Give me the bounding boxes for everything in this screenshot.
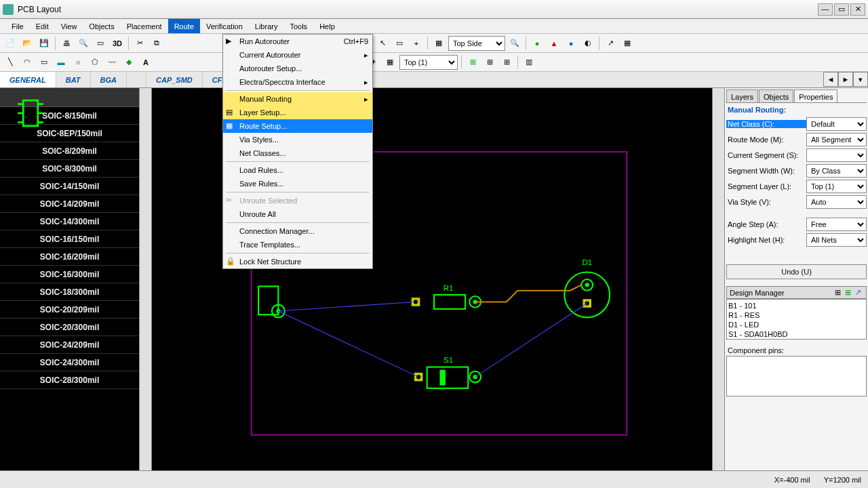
3d-icon[interactable]: 3D bbox=[110, 36, 125, 51]
line-icon[interactable]: ╲ bbox=[3, 55, 18, 70]
tab-bat[interactable]: BAT bbox=[56, 72, 91, 87]
prop-combo[interactable] bbox=[806, 148, 867, 162]
copy-icon[interactable]: ⧉ bbox=[149, 36, 164, 51]
save-icon[interactable]: 💾 bbox=[37, 36, 52, 51]
menuitem-net-classes-[interactable]: Net Classes... bbox=[223, 146, 372, 160]
arc-icon[interactable]: ◠ bbox=[20, 55, 35, 70]
wave-icon[interactable]: 〰 bbox=[104, 55, 119, 70]
titleblock-icon[interactable]: ▭ bbox=[93, 36, 108, 51]
menuitem-lock-net-structure[interactable]: 🔒Lock Net Structure bbox=[223, 255, 372, 268]
component-item[interactable]: SOIC-24/209mil bbox=[0, 336, 139, 354]
menu-objects[interactable]: Objects bbox=[83, 19, 120, 33]
dm-item[interactable]: S1 - SDA01H0BD bbox=[728, 329, 865, 339]
ruler-icon[interactable]: ▭ bbox=[392, 36, 407, 51]
menu-route[interactable]: Route bbox=[168, 19, 200, 33]
minimize-button[interactable]: — bbox=[818, 3, 833, 16]
menuitem-save-rules-[interactable]: Save Rules... bbox=[223, 177, 372, 190]
dm-item[interactable]: B1 - 101 bbox=[728, 301, 865, 310]
prop-combo[interactable]: Default bbox=[806, 117, 867, 131]
open-icon[interactable]: 📂 bbox=[20, 36, 35, 51]
print-icon[interactable]: 🖶 bbox=[59, 36, 74, 51]
preview-icon[interactable]: 🔍 bbox=[76, 36, 91, 51]
text-icon[interactable]: A bbox=[138, 55, 153, 70]
component-item[interactable]: SOIC-16/209mil bbox=[0, 248, 139, 266]
origin-icon[interactable]: + bbox=[409, 36, 424, 51]
routing-layer-combo[interactable]: Top (1) bbox=[399, 55, 458, 70]
menu-placement[interactable]: Placement bbox=[121, 19, 168, 33]
menuitem-run-autorouter[interactable]: ▶Run AutorouterCtrl+F9 bbox=[223, 35, 372, 48]
menu-edit[interactable]: Edit bbox=[30, 19, 55, 33]
component-item[interactable]: SOIC-20/300mil bbox=[0, 319, 139, 336]
menuitem-route-setup-[interactable]: ▦Route Setup... bbox=[223, 119, 372, 133]
menuitem-manual-routing[interactable]: Manual Routing▸ bbox=[223, 92, 372, 106]
component-item[interactable]: SOIC-8/300mil bbox=[0, 160, 139, 178]
table-icon[interactable]: ▦ bbox=[620, 36, 635, 51]
component-item[interactable]: SOIC-14/300mil bbox=[0, 213, 139, 230]
panel-icon[interactable]: ▥ bbox=[521, 55, 536, 70]
tab-bga[interactable]: BGA bbox=[91, 72, 127, 87]
component-item[interactable]: SOIC-20/209mil bbox=[0, 301, 139, 319]
maximize-button[interactable]: ▭ bbox=[834, 3, 849, 16]
dot1-icon[interactable]: ● bbox=[530, 36, 545, 51]
align1-icon[interactable]: ⊞ bbox=[465, 55, 480, 70]
net-icon[interactable]: ▦ bbox=[382, 55, 397, 70]
new-icon[interactable]: 📄 bbox=[3, 36, 18, 51]
tab-blank[interactable] bbox=[127, 72, 146, 87]
tab-next-button[interactable]: ► bbox=[838, 72, 853, 87]
prop-combo[interactable]: Top (1) bbox=[806, 180, 867, 193]
grid-icon[interactable]: ▦ bbox=[431, 36, 446, 51]
menuitem-trace-templates-[interactable]: Trace Templates... bbox=[223, 238, 372, 251]
search-icon[interactable]: 🔍 bbox=[507, 36, 522, 51]
component-item[interactable]: SOIC-16/150mil bbox=[0, 230, 139, 248]
menu-library[interactable]: Library bbox=[249, 19, 284, 33]
menuitem-via-styles-[interactable]: Via Styles... bbox=[223, 133, 372, 146]
rect-icon[interactable]: ▭ bbox=[37, 55, 52, 70]
menu-view[interactable]: View bbox=[55, 19, 83, 33]
fillrect-icon[interactable]: ▬ bbox=[54, 55, 68, 70]
menuitem-layer-setup-[interactable]: ▤Layer Setup... bbox=[223, 106, 372, 119]
menuitem-autorouter-setup-[interactable]: Autorouter Setup... bbox=[223, 62, 372, 75]
align2-icon[interactable]: ⊞ bbox=[482, 55, 497, 70]
component-item[interactable]: SOIC-28/300mil bbox=[0, 371, 139, 389]
menuitem-load-rules-[interactable]: Load Rules... bbox=[223, 163, 372, 177]
dot2-icon[interactable]: ▲ bbox=[547, 36, 561, 51]
undo-button[interactable]: Undo (U) bbox=[726, 264, 867, 279]
menuitem-unroute-all[interactable]: Unroute All bbox=[223, 207, 372, 221]
proptab-objects[interactable]: Objects bbox=[759, 89, 793, 102]
contrast-icon[interactable]: ◐ bbox=[580, 36, 595, 51]
prop-combo[interactable]: All Nets bbox=[806, 233, 867, 247]
component-item[interactable]: SOIC-8/209mil bbox=[0, 142, 139, 160]
component-item[interactable]: SOIC-24/300mil bbox=[0, 354, 139, 371]
tab-cap_smd[interactable]: CAP_SMD bbox=[146, 72, 203, 87]
canvas-vscrollbar[interactable] bbox=[712, 88, 724, 470]
component-item[interactable]: SOIC-16/300mil bbox=[0, 266, 139, 283]
menuitem-connection-manager-[interactable]: Connection Manager... bbox=[223, 224, 372, 238]
component-item[interactable]: SOIC-14/150mil bbox=[0, 178, 139, 195]
dot3-icon[interactable]: ● bbox=[564, 36, 578, 51]
tab-drop-button[interactable]: ▾ bbox=[853, 72, 868, 87]
close-button[interactable]: ✕ bbox=[850, 3, 865, 16]
prop-combo[interactable]: Free bbox=[806, 218, 867, 231]
cut-icon[interactable]: ✂ bbox=[132, 36, 147, 51]
measure-icon[interactable]: ↗ bbox=[603, 36, 618, 51]
tab-general[interactable]: GENERAL bbox=[0, 72, 56, 87]
prop-combo[interactable]: By Class bbox=[806, 164, 867, 178]
route-menu[interactable]: ▶Run AutorouterCtrl+F9Current Autorouter… bbox=[222, 34, 373, 269]
dm-item[interactable]: D1 - LED bbox=[728, 320, 865, 329]
proptab-layers[interactable]: Layers bbox=[726, 89, 758, 102]
component-pins-list[interactable] bbox=[726, 356, 867, 396]
component-item[interactable]: SOIC-18/300mil bbox=[0, 283, 139, 301]
menu-help[interactable]: Help bbox=[313, 19, 341, 33]
menuitem-electra-specctra-interface[interactable]: Electra/Specctra Interface▸ bbox=[223, 75, 372, 89]
dm-icon2[interactable]: ⊞ bbox=[845, 288, 851, 297]
ellipse-icon[interactable]: ○ bbox=[71, 55, 85, 70]
proptab-properties[interactable]: Properties bbox=[794, 89, 837, 102]
dm-icon1[interactable]: ⊞ bbox=[835, 288, 841, 297]
diamond-icon[interactable]: ◆ bbox=[121, 55, 136, 70]
layer-side-combo[interactable]: Top Side bbox=[448, 36, 505, 51]
dm-icon3[interactable]: ↗ bbox=[855, 288, 861, 297]
poly-icon[interactable]: ⬠ bbox=[87, 55, 102, 70]
menu-tools[interactable]: Tools bbox=[283, 19, 313, 33]
dm-item[interactable]: R1 - RES bbox=[728, 310, 865, 320]
component-item[interactable]: SOIC-14/209mil bbox=[0, 195, 139, 213]
